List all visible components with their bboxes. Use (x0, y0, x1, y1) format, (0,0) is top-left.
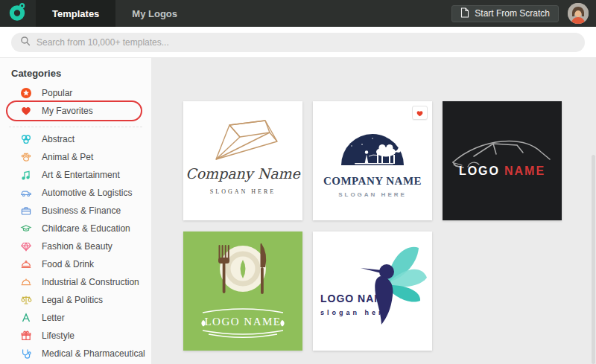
template-company-name: COMPANY NAME (323, 175, 422, 188)
tab-templates[interactable]: Templates (36, 0, 115, 27)
sidebar-item-label: Food & Drink (42, 259, 94, 269)
template-slogan: slogan here (320, 309, 391, 316)
sidebar-item-abstract[interactable]: Abstract (0, 130, 151, 148)
category-list: Popular My Favorites (0, 84, 151, 363)
template-card-camel-night[interactable]: COMPANY NAME SLOGAN HERE (313, 101, 432, 220)
template-slogan: SLOGAN HERE (210, 188, 276, 195)
template-logo-text: LOGO NAME (192, 316, 294, 328)
sidebar-item-label: Popular (42, 88, 72, 98)
sidebar-item-label: Abstract (42, 134, 74, 144)
tab-my-logos[interactable]: My Logos (115, 0, 194, 27)
template-card-sports-car[interactable]: LOGONAME (443, 101, 562, 220)
plate-cutlery-illustration (196, 237, 290, 306)
templates-grid: Company Name SLOGAN HERE (183, 101, 562, 351)
sidebar-item-lifestyle[interactable]: Lifestyle (0, 327, 151, 345)
sidebar-item-label: Childcare & Education (42, 223, 130, 234)
sidebar-item-automotive-logistics[interactable]: Automotive & Logistics (0, 184, 151, 202)
template-card-diamond-jewelry[interactable]: Company Name SLOGAN HERE (183, 101, 302, 220)
sidebar-item-business-finance[interactable]: Business & Finance (0, 202, 151, 220)
sidebar-divider (9, 120, 142, 127)
plate-logo-text-block: LOGO NAME (192, 306, 294, 340)
sidebar-item-popular[interactable]: Popular (0, 84, 151, 102)
new-document-icon (460, 7, 469, 20)
stethoscope-icon (20, 348, 32, 360)
sidebar-item-fashion-beauty[interactable]: Fashion & Beauty (0, 237, 151, 255)
search-field[interactable] (11, 33, 585, 52)
topbar: Templates My Logos Start From Scratch (0, 0, 596, 27)
search-bar (0, 27, 596, 58)
template-card-restaurant-plate[interactable]: LOGO NAME (183, 232, 302, 351)
diamond-illustration (204, 115, 282, 164)
graduation-cap-icon (20, 223, 32, 234)
start-from-scratch-button[interactable]: Start From Scratch (451, 5, 559, 22)
sidebar-item-label: Business & Finance (42, 205, 121, 216)
food-cloche-icon (20, 258, 32, 270)
template-slogan: SLOGAN HERE (338, 191, 407, 198)
camel-night-illustration (334, 110, 411, 173)
favorite-badge[interactable] (412, 106, 428, 120)
templates-panel: Company Name SLOGAN HERE (151, 58, 596, 364)
briefcase-icon (20, 205, 32, 217)
sidebar-item-industrial-construction[interactable]: Industrial & Construction (0, 273, 151, 291)
sidebar-item-label: Medical & Pharmaceutical (42, 348, 145, 359)
start-from-scratch-label: Start From Scratch (475, 8, 550, 19)
abstract-icon (20, 133, 32, 145)
paw-icon (20, 151, 32, 163)
template-card-hummingbird[interactable]: LOGO NAME slogan here (313, 232, 432, 351)
sidebar-item-label: Animal & Pet (42, 152, 93, 162)
sidebar-item-label: Fashion & Beauty (42, 241, 112, 252)
sidebar-item-medical-pharmaceutical[interactable]: Medical & Pharmaceutical (0, 345, 151, 363)
sidebar-item-label: Art & Entertainment (42, 170, 120, 180)
categories-title: Categories (0, 58, 151, 84)
favorite-heart-icon (416, 106, 424, 120)
sidebar-item-my-favorites[interactable]: My Favorites (0, 102, 151, 120)
car-icon (20, 187, 32, 199)
topbar-right: Start From Scratch (451, 0, 596, 27)
search-input[interactable] (37, 37, 576, 48)
sidebar-item-food-drink[interactable]: Food & Drink (0, 255, 151, 273)
logo-text-primary: LOGO (459, 165, 500, 177)
brand-logo[interactable] (0, 0, 36, 27)
letter-a-icon (20, 312, 32, 324)
user-avatar[interactable] (568, 3, 589, 24)
sidebar-item-animal-pet[interactable]: Animal & Pet (0, 148, 151, 166)
heart-icon (20, 105, 32, 117)
sidebar-item-art-entertainment[interactable]: Art & Entertainment (0, 166, 151, 184)
hummingbird-illustration (346, 240, 429, 330)
bird-logo-text-block: LOGO NAME slogan here (320, 293, 391, 316)
brand-teal-d-icon (9, 2, 27, 25)
sidebar-categories: Categories Popular (0, 58, 151, 364)
scales-icon (20, 294, 32, 306)
template-logo-text: LOGONAME (443, 165, 562, 178)
music-note-icon (20, 169, 32, 181)
logo-text-secondary: NAME (504, 165, 545, 177)
logo-maker-app: Templates My Logos Start From Scratch (0, 0, 596, 364)
sidebar-item-label: Letter (42, 313, 65, 323)
hard-hat-icon (20, 276, 32, 288)
star-circle-icon (20, 87, 32, 99)
scrollbar-thumb[interactable] (592, 155, 595, 364)
gem-icon (20, 240, 32, 252)
sidebar-item-label: Industrial & Construction (42, 277, 139, 287)
content: Categories Popular (0, 58, 596, 364)
sidebar-item-label: Automotive & Logistics (42, 188, 132, 198)
template-logo-text: LOGO NAME (320, 293, 391, 304)
search-icon (20, 36, 31, 49)
sidebar-item-label: My Favorites (42, 106, 93, 116)
template-company-name: Company Name (186, 165, 300, 182)
sidebar-item-childcare-education[interactable]: Childcare & Education (0, 220, 151, 237)
gift-icon (20, 330, 32, 342)
main-nav: Templates My Logos (36, 0, 194, 27)
sidebar-item-label: Lifestyle (42, 331, 74, 341)
sidebar-item-label: Legal & Politics (42, 295, 103, 305)
sidebar-item-letter[interactable]: Letter (0, 309, 151, 327)
sidebar-item-legal-politics[interactable]: Legal & Politics (0, 291, 151, 309)
